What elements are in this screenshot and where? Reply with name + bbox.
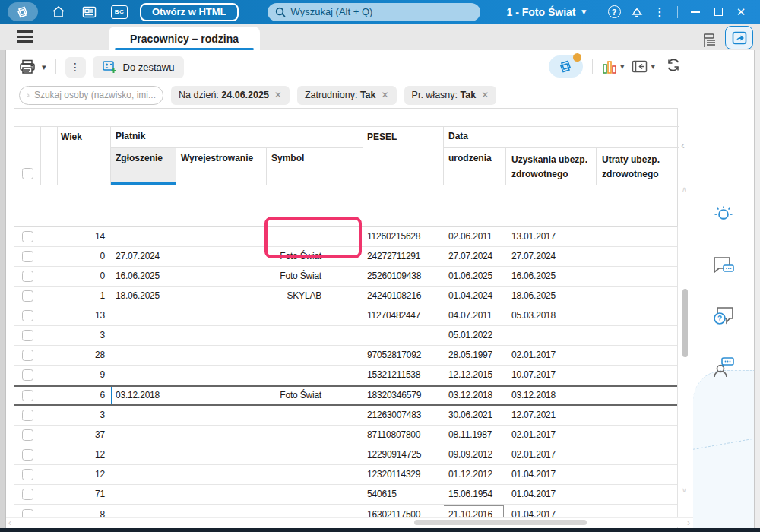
- cell-uzyskania[interactable]: [506, 326, 597, 345]
- table-row[interactable]: 1 18.06.2025 SKYLAB 24240108216 01.04.20…: [14, 287, 677, 306]
- header-zgloszenie[interactable]: Zgłoszenie: [111, 148, 176, 185]
- bc-icon[interactable]: BC: [109, 2, 129, 21]
- cell-wiek[interactable]: 3: [58, 326, 111, 345]
- row-checkbox[interactable]: [22, 231, 33, 242]
- cell-urodzenia[interactable]: 27.07.2024: [444, 247, 506, 266]
- person-search-input[interactable]: Szukaj osoby (nazwisko, imi...: [19, 86, 163, 105]
- filter-chip-pr-wlasny[interactable]: Pr. własny: Tak ✕: [404, 86, 497, 105]
- more-options-button[interactable]: ⋮: [648, 2, 671, 22]
- cell-zgloszenie[interactable]: 03.12.2018: [111, 387, 176, 404]
- cell-pesel[interactable]: 540615: [363, 485, 444, 504]
- cell-urodzenia[interactable]: 09.09.2012: [444, 445, 506, 464]
- cell-urodzenia[interactable]: 02.06.2011: [444, 227, 506, 246]
- header-utraty[interactable]: Utraty ubezp. zdrowotnego: [597, 148, 679, 185]
- cell-utraty[interactable]: [597, 306, 679, 325]
- cell-wyrejestrowanie[interactable]: [176, 306, 267, 325]
- cell-zgloszenie[interactable]: [111, 227, 176, 246]
- row-checkbox[interactable]: [22, 390, 33, 401]
- cell-symbol[interactable]: [267, 346, 363, 365]
- cell-wyrejestrowanie[interactable]: [176, 346, 267, 365]
- cell-wiek[interactable]: 12: [58, 445, 111, 464]
- cell-zgloszenie[interactable]: [111, 445, 176, 464]
- row-checkbox[interactable]: [22, 369, 33, 381]
- row-checkbox[interactable]: [22, 449, 33, 461]
- header-wiek[interactable]: Wiek: [58, 127, 111, 185]
- cell-utraty[interactable]: [597, 485, 679, 504]
- cell-symbol[interactable]: SKYLAB: [267, 287, 363, 306]
- tab-pracownicy-rodzina[interactable]: Pracownicy – rodzina: [109, 27, 260, 50]
- cell-urodzenia[interactable]: 01.04.2024: [444, 287, 506, 306]
- table-row[interactable]: 28 97052817092 28.05.1997 02.01.2017: [14, 346, 677, 366]
- cell-zgloszenie[interactable]: [111, 366, 176, 385]
- collapse-panel-button[interactable]: ▾: [632, 60, 655, 73]
- cell-urodzenia[interactable]: 01.06.2025: [444, 267, 506, 286]
- table-row[interactable]: 71 540615 15.06.1954 01.04.2017: [14, 485, 677, 505]
- cell-uzyskania[interactable]: 02.01.2017: [506, 346, 597, 365]
- print-button[interactable]: ▾: [19, 59, 46, 74]
- cell-urodzenia[interactable]: 01.12.2012: [444, 465, 506, 484]
- row-checkbox[interactable]: [22, 271, 33, 282]
- print-chevron-down-icon[interactable]: ▾: [42, 63, 46, 71]
- cell-urodzenia[interactable]: 08.11.1987: [444, 426, 506, 445]
- cell-wiek[interactable]: 28: [58, 346, 111, 365]
- cell-wyrejestrowanie[interactable]: [176, 227, 267, 246]
- minimize-button[interactable]: [684, 2, 707, 22]
- chip-close-icon[interactable]: ✕: [274, 90, 282, 100]
- cell-pesel[interactable]: 97052817092: [363, 346, 444, 365]
- table-row[interactable]: 37 87110807800 08.11.1987 02.01.2017: [14, 426, 677, 445]
- cell-zgloszenie[interactable]: [111, 485, 176, 504]
- cell-urodzenia[interactable]: 30.06.2021: [444, 406, 506, 425]
- row-checkbox[interactable]: [22, 469, 33, 480]
- window-structure-icon[interactable]: [702, 33, 719, 48]
- cell-uzyskania[interactable]: 03.12.2018: [506, 387, 597, 404]
- cell-urodzenia[interactable]: 15.06.1954: [444, 485, 506, 504]
- company-selector[interactable]: 1 - Foto Świat ▾: [506, 6, 586, 18]
- cell-wiek[interactable]: 6: [58, 387, 111, 404]
- scroll-down-arrow[interactable]: ∨: [682, 486, 687, 494]
- header-uzyskania[interactable]: Uzyskania ubezp. zdrowotnego: [506, 148, 597, 185]
- cell-wiek[interactable]: 13: [58, 306, 111, 325]
- cell-wyrejestrowanie[interactable]: [176, 426, 267, 445]
- cell-uzyskania[interactable]: 02.01.2017: [506, 445, 597, 464]
- cell-pesel[interactable]: 11270482447: [363, 306, 444, 325]
- cell-uzyskania[interactable]: 01.04.2017: [506, 485, 597, 504]
- cell-utraty[interactable]: [597, 406, 679, 425]
- cell-wyrejestrowanie[interactable]: [176, 247, 267, 266]
- cell-zgloszenie[interactable]: [111, 426, 176, 445]
- global-search-input[interactable]: Wyszukaj (Alt + Q): [268, 3, 480, 21]
- cell-wyrejestrowanie[interactable]: [176, 267, 267, 286]
- cell-wiek[interactable]: 14: [58, 227, 111, 246]
- toolbar-more-button[interactable]: ⋮: [65, 57, 86, 78]
- cell-uzyskania[interactable]: 02.01.2017: [506, 426, 597, 445]
- cell-utraty[interactable]: [597, 346, 679, 365]
- cell-pesel[interactable]: 21263007483: [363, 406, 444, 425]
- refresh-button[interactable]: [666, 58, 681, 75]
- cell-wyrejestrowanie[interactable]: [176, 366, 267, 385]
- table-row[interactable]: 3 21263007483 30.06.2021 12.07.2021: [14, 406, 677, 426]
- cell-pesel[interactable]: 18320346579: [363, 387, 444, 404]
- cell-wyrejestrowanie[interactable]: [176, 445, 267, 464]
- help-button[interactable]: ?: [603, 2, 625, 22]
- cell-symbol[interactable]: [267, 227, 363, 246]
- cell-pesel[interactable]: 25260109438: [363, 267, 444, 286]
- header-platnik-group[interactable]: Płatnik: [111, 127, 363, 148]
- cell-utraty[interactable]: [597, 445, 679, 464]
- cell-symbol[interactable]: [267, 326, 363, 345]
- cell-uzyskania[interactable]: 13.01.2017: [506, 227, 597, 246]
- row-checkbox[interactable]: [22, 330, 33, 341]
- expert-chat-button[interactable]: [711, 355, 736, 381]
- header-symbol[interactable]: Symbol: [267, 148, 363, 185]
- cell-zgloszenie[interactable]: [111, 326, 176, 345]
- collapse-right-panel-chevron[interactable]: ‹: [681, 138, 685, 151]
- vertical-scrollbar-thumb[interactable]: [682, 289, 688, 357]
- scroll-left-arrow[interactable]: ‹: [8, 518, 11, 528]
- cell-pesel[interactable]: 87110807800: [363, 426, 444, 445]
- scroll-up-arrow[interactable]: ∧: [682, 185, 687, 193]
- cell-uzyskania[interactable]: 18.06.2025: [506, 287, 597, 306]
- share-button[interactable]: [725, 26, 753, 49]
- header-pesel[interactable]: PESEL: [363, 127, 444, 185]
- do-zestawu-button[interactable]: Do zestawu: [93, 56, 185, 78]
- cell-zgloszenie[interactable]: [111, 346, 176, 365]
- cell-uzyskania[interactable]: 10.07.2017: [506, 366, 597, 385]
- table-row[interactable]: 9 15321211538 12.12.2015 10.07.2017: [14, 366, 677, 385]
